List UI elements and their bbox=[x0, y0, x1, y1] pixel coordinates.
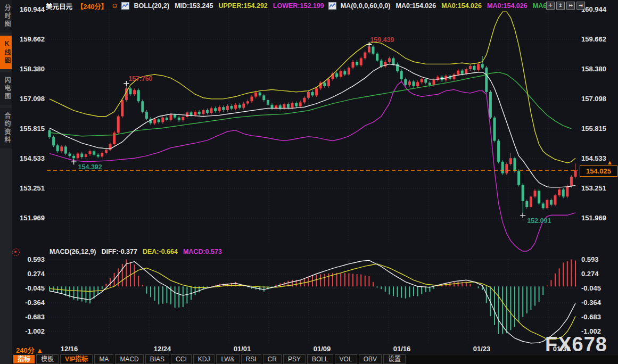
ma-segment-0: MA(0,0,0,60,0,0) bbox=[341, 2, 391, 10]
x-axis-label-01/09: 01/09 bbox=[305, 345, 339, 353]
price-annotation: 159.439 bbox=[370, 36, 394, 44]
macd-axis-label: -0.683 bbox=[14, 313, 45, 321]
toolbar-item-VOL[interactable]: VOL bbox=[335, 354, 357, 364]
y-axis-label-right: 158.380 bbox=[581, 65, 612, 73]
y-axis-label-right: 157.098 bbox=[581, 95, 612, 103]
ma-segment-3: MA0:154.026 bbox=[487, 2, 528, 10]
macd-segment-2: DEA:-0.664 bbox=[143, 248, 178, 255]
boll-values: BOLL(20,2)MID:153.245UPPER:154.292LOWER:… bbox=[134, 2, 324, 10]
y-axis-label: 159.662 bbox=[14, 35, 45, 43]
y-axis-label-right: 160.944 bbox=[581, 5, 612, 13]
boll-indicator-icon[interactable] bbox=[121, 2, 129, 10]
scale-up-icon[interactable]: ↥ bbox=[556, 2, 565, 10]
y-axis-label: 157.098 bbox=[14, 95, 45, 103]
toolbar-item-KDJ[interactable]: KDJ bbox=[193, 354, 215, 364]
y-axis-label-right: 153.251 bbox=[581, 184, 612, 192]
period-label[interactable]: 240分 bbox=[16, 346, 35, 354]
macd-axis-label-right: -0.364 bbox=[581, 299, 612, 307]
boll-segment-0: BOLL(20,2) bbox=[134, 2, 169, 10]
x-axis-label-12/24: 12/24 bbox=[145, 345, 179, 353]
macd-axis-label: 0.274 bbox=[14, 270, 45, 278]
y-axis-label: 155.815 bbox=[14, 125, 45, 133]
toolbar-item-BOLL[interactable]: BOLL bbox=[307, 354, 333, 364]
period-tag[interactable]: 【240分】 bbox=[77, 1, 108, 11]
symbol-title: 美元日元 bbox=[46, 1, 72, 11]
left-sidebar: 分时图K线图闪电图合约资料 bbox=[0, 0, 12, 364]
toolbar-item-RSI[interactable]: RSI bbox=[241, 354, 261, 364]
current-price-tag[interactable]: 154.025 bbox=[580, 166, 617, 177]
price-annotation: 157.760 bbox=[128, 75, 152, 82]
price-up-arrow-icon: ▲ bbox=[607, 159, 613, 166]
y-axis-label: 153.251 bbox=[14, 184, 45, 192]
y-axis-label-right: 155.815 bbox=[581, 125, 612, 133]
macd-legend: MACD(26,12,9)DIFF:-0.377DEA:-0.664MACD:0… bbox=[50, 248, 222, 255]
sidebar-tab-1[interactable]: 分时图 bbox=[0, 0, 12, 32]
macd-segment-1: DIFF:-0.377 bbox=[102, 248, 137, 255]
indicator-marker-icon[interactable] bbox=[12, 249, 20, 256]
toolbar-item-MA[interactable]: MA bbox=[94, 354, 113, 364]
macd-histogram bbox=[50, 259, 575, 334]
macd-axis-label-right: 0.274 bbox=[581, 270, 612, 278]
ma-segment-2: MA0:154.026 bbox=[441, 2, 482, 10]
boll-segment-2: UPPER:154.292 bbox=[218, 2, 267, 10]
macd-axis-label-right: 0.593 bbox=[581, 255, 612, 263]
circle-minus-icon[interactable]: ⊖ bbox=[112, 2, 117, 10]
toolbar-item-VIP指标[interactable]: VIP指标 bbox=[60, 354, 93, 364]
indicator-toolbar: 指标模板VIP指标MAMACDBIASCCIKDJLW&RSICRPSYBOLL… bbox=[12, 354, 618, 364]
sidebar-tab-3[interactable]: 闪电图 bbox=[0, 72, 12, 105]
toolbar-item-指标[interactable]: 指标 bbox=[13, 355, 35, 363]
macd-diff-line bbox=[50, 260, 575, 343]
macd-axis-label: 0.593 bbox=[14, 255, 45, 263]
ma-segment-4: MA6 bbox=[533, 2, 547, 10]
y-axis-label-right: 159.662 bbox=[581, 35, 612, 43]
chart-legend-bar: 美元日元 【240分】 ⊖ BOLL(20,2)MID:153.245UPPER… bbox=[46, 2, 547, 10]
macd-axis-label: -1.002 bbox=[14, 327, 45, 335]
toolbar-item-设置[interactable]: 设置 bbox=[383, 354, 406, 364]
boll-upper-line bbox=[50, 12, 575, 163]
x-axis-label-01/23: 01/23 bbox=[465, 345, 499, 353]
x-axis-label-01/01: 01/01 bbox=[225, 345, 259, 353]
fx678-watermark: FX678 bbox=[545, 333, 607, 356]
boll-segment-1: MID:153.245 bbox=[175, 2, 213, 10]
price-marker-cross bbox=[520, 213, 525, 218]
boll-mid-line bbox=[50, 64, 575, 187]
macd-axis-label-right: -0.045 bbox=[581, 284, 612, 292]
pan-tool-icon[interactable]: ✛ bbox=[546, 2, 555, 10]
collapse-panel-icon[interactable]: ⇥ bbox=[576, 2, 585, 10]
macd-axis-label: -0.364 bbox=[14, 299, 45, 307]
y-axis-label-right: 151.969 bbox=[581, 214, 612, 222]
y-axis-label: 158.380 bbox=[14, 65, 45, 73]
toolbar-item-BIAS[interactable]: BIAS bbox=[145, 354, 169, 364]
macd-axis-label: -0.045 bbox=[14, 284, 45, 292]
toolbar-item-CR[interactable]: CR bbox=[263, 354, 282, 364]
chart-application: 分时图K线图闪电图合约资料 美元日元 【240分】 ⊖ BOLL(20,2)MI… bbox=[0, 0, 618, 364]
sidebar-tab-4[interactable]: 合约资料 bbox=[0, 108, 12, 148]
sidebar-tab-2[interactable]: K线图 bbox=[0, 36, 12, 69]
scale-right-icon[interactable]: ↦ bbox=[566, 2, 575, 10]
y-axis-label: 154.533 bbox=[14, 154, 45, 162]
ma-indicator-icon[interactable] bbox=[328, 2, 336, 10]
boll-segment-3: LOWER:152.199 bbox=[273, 2, 324, 10]
price-annotation: 154.392 bbox=[78, 163, 102, 171]
candlestick-series bbox=[48, 45, 577, 216]
x-axis-label-12/16: 12/16 bbox=[52, 345, 86, 353]
toolbar-item-LW&[interactable]: LW& bbox=[216, 354, 239, 364]
macd-axis-label-right: -0.683 bbox=[581, 313, 612, 321]
toolbar-item-OBV[interactable]: OBV bbox=[359, 354, 382, 364]
toolbar-item-MACD[interactable]: MACD bbox=[115, 354, 143, 364]
toolbar-item-CCI[interactable]: CCI bbox=[171, 354, 192, 364]
ma-values: MA(0,0,0,60,0,0)MA0:154.026MA0:154.026MA… bbox=[341, 2, 547, 10]
y-axis-label: 151.969 bbox=[14, 214, 45, 222]
toolbar-item-PSY[interactable]: PSY bbox=[283, 354, 306, 364]
period-up-arrow-icon[interactable]: ▲ bbox=[36, 346, 43, 354]
y-axis-label: 160.944 bbox=[14, 5, 45, 13]
chart-canvas[interactable] bbox=[0, 0, 618, 364]
macd-segment-0: MACD(26,12,9) bbox=[50, 248, 96, 255]
boll-lower-line bbox=[50, 81, 575, 251]
x-axis-label-01/16: 01/16 bbox=[385, 345, 419, 353]
macd-segment-3: MACD:0.573 bbox=[183, 248, 222, 255]
ma-green-line bbox=[50, 72, 571, 136]
toolbar-item-模板[interactable]: 模板 bbox=[36, 354, 59, 364]
ma-segment-1: MA0:154.026 bbox=[395, 2, 436, 10]
price-annotation: 152.091 bbox=[527, 217, 551, 225]
